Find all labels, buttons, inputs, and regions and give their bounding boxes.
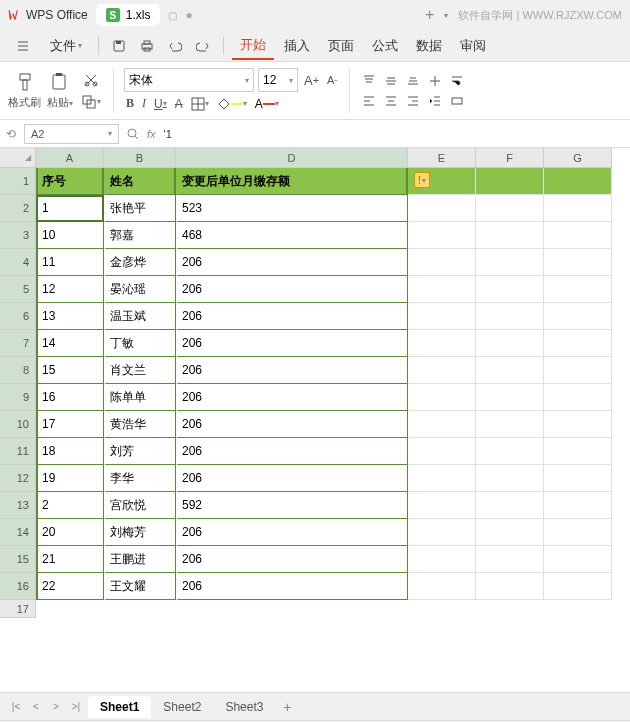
empty-cell[interactable] bbox=[408, 249, 476, 276]
empty-cell[interactable] bbox=[544, 573, 612, 600]
data-cell[interactable]: 晏沁瑶 bbox=[104, 276, 176, 303]
indent-button[interactable] bbox=[426, 92, 444, 110]
empty-cell[interactable] bbox=[408, 573, 476, 600]
spreadsheet-grid[interactable]: ABDEFG 1234567891011121314151617 序号姓名变更后… bbox=[0, 148, 630, 692]
row-header[interactable]: 4 bbox=[0, 249, 36, 276]
data-cell[interactable]: 李华 bbox=[104, 465, 176, 492]
header-cell[interactable]: 序号 bbox=[36, 168, 104, 195]
sheet-tab[interactable]: Sheet3 bbox=[213, 696, 275, 718]
align-right-button[interactable] bbox=[404, 92, 422, 110]
font-select[interactable]: 宋体▾ bbox=[124, 68, 254, 92]
tab-list-icon[interactable]: ▾ bbox=[444, 11, 448, 20]
row-header[interactable]: 6 bbox=[0, 303, 36, 330]
data-cell[interactable]: 11 bbox=[36, 249, 104, 276]
add-sheet-button[interactable]: + bbox=[279, 699, 295, 715]
header-cell[interactable]: 姓名 bbox=[104, 168, 176, 195]
menu-tab-2[interactable]: 页面 bbox=[320, 32, 362, 60]
data-cell[interactable]: 206 bbox=[176, 411, 408, 438]
name-box[interactable]: A2 ▾ bbox=[24, 124, 119, 144]
data-cell[interactable]: 206 bbox=[176, 249, 408, 276]
col-header[interactable]: D bbox=[176, 148, 408, 168]
sheet-first-icon[interactable]: |< bbox=[8, 699, 24, 715]
data-cell[interactable]: 肖文兰 bbox=[104, 357, 176, 384]
save-button[interactable] bbox=[107, 34, 131, 58]
data-cell[interactable]: 16 bbox=[36, 384, 104, 411]
data-cell[interactable]: 14 bbox=[36, 330, 104, 357]
formula-value[interactable]: '1 bbox=[164, 128, 172, 140]
copy-button[interactable]: ▾ bbox=[79, 92, 103, 112]
data-cell[interactable]: 金彦烨 bbox=[104, 249, 176, 276]
empty-cell[interactable] bbox=[544, 357, 612, 384]
data-cell[interactable]: 温玉斌 bbox=[104, 303, 176, 330]
row-header[interactable]: 11 bbox=[0, 438, 36, 465]
row-header[interactable]: 9 bbox=[0, 384, 36, 411]
empty-cell[interactable] bbox=[544, 249, 612, 276]
fx-icon[interactable]: fx bbox=[147, 128, 156, 140]
select-all-corner[interactable] bbox=[0, 148, 36, 168]
increase-font-button[interactable]: A+ bbox=[302, 71, 321, 90]
empty-cell[interactable] bbox=[544, 303, 612, 330]
empty-cell[interactable] bbox=[544, 519, 612, 546]
underline-button[interactable]: U▾ bbox=[152, 95, 169, 113]
empty-cell[interactable] bbox=[476, 357, 544, 384]
menu-tab-3[interactable]: 公式 bbox=[364, 32, 406, 60]
data-cell[interactable]: 1 bbox=[36, 195, 104, 222]
data-cell[interactable]: 19 bbox=[36, 465, 104, 492]
tab-window-icon[interactable]: ▢ bbox=[168, 10, 177, 21]
empty-cell[interactable] bbox=[476, 465, 544, 492]
data-cell[interactable]: 18 bbox=[36, 438, 104, 465]
data-cell[interactable]: 郭嘉 bbox=[104, 222, 176, 249]
row-header[interactable]: 2 bbox=[0, 195, 36, 222]
row-header[interactable]: 8 bbox=[0, 357, 36, 384]
decrease-font-button[interactable]: A- bbox=[325, 72, 339, 88]
empty-cell[interactable] bbox=[476, 276, 544, 303]
paste-group[interactable]: 粘贴▾ bbox=[47, 71, 73, 110]
data-cell[interactable]: 206 bbox=[176, 573, 408, 600]
data-cell[interactable]: 2 bbox=[36, 492, 104, 519]
data-cell[interactable]: 12 bbox=[36, 276, 104, 303]
empty-cell[interactable] bbox=[544, 465, 612, 492]
empty-cell[interactable] bbox=[544, 384, 612, 411]
row-header[interactable]: 1 bbox=[0, 168, 36, 195]
col-header[interactable]: A bbox=[36, 148, 104, 168]
empty-cell[interactable] bbox=[408, 303, 476, 330]
row-header[interactable]: 3 bbox=[0, 222, 36, 249]
data-cell[interactable]: 10 bbox=[36, 222, 104, 249]
sheet-last-icon[interactable]: >| bbox=[68, 699, 84, 715]
error-indicator-icon[interactable]: !▾ bbox=[414, 172, 430, 188]
sheet-tab[interactable]: Sheet2 bbox=[151, 696, 213, 718]
align-center-button[interactable] bbox=[382, 92, 400, 110]
col-header[interactable]: B bbox=[104, 148, 176, 168]
row-header[interactable]: 13 bbox=[0, 492, 36, 519]
empty-cell[interactable] bbox=[408, 276, 476, 303]
empty-cell[interactable] bbox=[408, 411, 476, 438]
empty-cell[interactable] bbox=[476, 303, 544, 330]
empty-cell[interactable] bbox=[544, 330, 612, 357]
align-left-button[interactable] bbox=[360, 92, 378, 110]
data-cell[interactable]: 陈单单 bbox=[104, 384, 176, 411]
empty-cell[interactable] bbox=[408, 492, 476, 519]
cancel-edit-icon[interactable]: ⟲ bbox=[6, 127, 16, 141]
bold-button[interactable]: B bbox=[124, 94, 136, 113]
data-cell[interactable]: 20 bbox=[36, 519, 104, 546]
row-header[interactable]: 7 bbox=[0, 330, 36, 357]
data-cell[interactable]: 刘芳 bbox=[104, 438, 176, 465]
strike-button[interactable]: A bbox=[173, 95, 185, 113]
empty-cell[interactable] bbox=[408, 465, 476, 492]
hamburger-menu[interactable] bbox=[8, 35, 38, 57]
data-cell[interactable]: 206 bbox=[176, 465, 408, 492]
data-cell[interactable]: 468 bbox=[176, 222, 408, 249]
empty-cell[interactable] bbox=[476, 330, 544, 357]
format-brush-group[interactable]: 格式刷 bbox=[8, 71, 41, 110]
empty-cell[interactable] bbox=[476, 411, 544, 438]
new-tab-icon[interactable]: + bbox=[425, 6, 434, 24]
align-bottom-button[interactable] bbox=[404, 72, 422, 90]
row-header[interactable]: 15 bbox=[0, 546, 36, 573]
data-cell[interactable]: 206 bbox=[176, 438, 408, 465]
empty-cell[interactable] bbox=[408, 546, 476, 573]
empty-cell[interactable] bbox=[408, 438, 476, 465]
empty-cell[interactable] bbox=[544, 276, 612, 303]
row-header[interactable]: 10 bbox=[0, 411, 36, 438]
undo-button[interactable] bbox=[163, 34, 187, 58]
merge-button[interactable] bbox=[448, 92, 466, 110]
